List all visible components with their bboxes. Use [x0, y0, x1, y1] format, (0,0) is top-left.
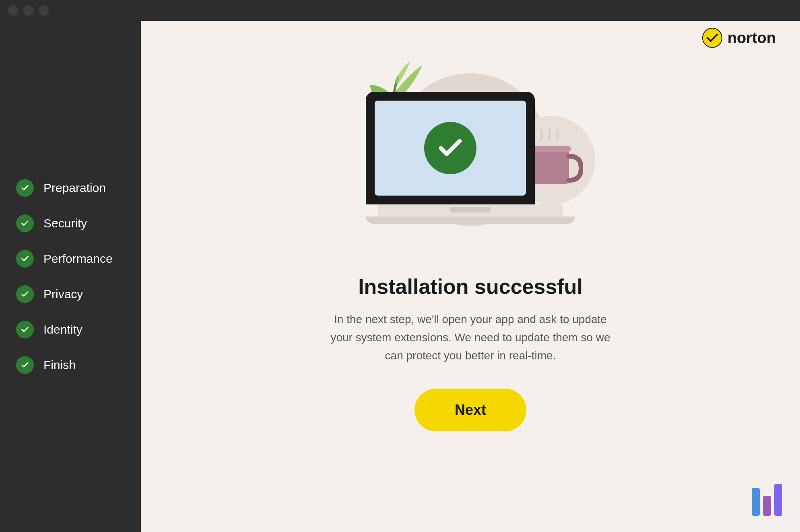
check-icon-finish — [16, 356, 34, 374]
check-icon-preparation — [16, 179, 34, 197]
success-description: In the next step, we'll open your app an… — [330, 311, 611, 365]
sidebar-item-performance[interactable]: Performance — [16, 241, 141, 276]
svg-point-0 — [703, 28, 722, 47]
sidebar-item-preparation[interactable]: Preparation — [16, 170, 141, 206]
bottom-icon-bar — [752, 480, 784, 516]
laptop-stand — [366, 217, 575, 224]
success-check-circle — [424, 122, 476, 174]
sidebar-label-performance: Performance — [43, 252, 113, 266]
sidebar-label-security: Security — [43, 217, 87, 230]
check-icon-identity — [16, 321, 34, 338]
laptop-notch — [450, 207, 491, 212]
titlebar — [0, 0, 800, 21]
illustration — [330, 45, 611, 254]
sidebar-item-security[interactable]: Security — [16, 206, 141, 241]
laptop-screen — [366, 92, 535, 204]
norton-logo: norton — [702, 27, 776, 48]
sidebar-label-finish: Finish — [43, 358, 76, 372]
check-icon-privacy — [16, 285, 34, 303]
norton-logo-text: norton — [728, 29, 776, 47]
main-content: norton — [141, 0, 800, 532]
success-title: Installation successful — [330, 274, 611, 299]
maximize-button[interactable] — [39, 5, 49, 16]
laptop-base — [378, 204, 563, 217]
svg-rect-3 — [752, 488, 760, 516]
check-icon-security — [16, 214, 34, 232]
sidebar-item-privacy[interactable]: Privacy — [16, 276, 141, 312]
traffic-lights — [8, 5, 49, 16]
next-button[interactable]: Next — [414, 389, 526, 431]
minimize-button[interactable] — [23, 5, 34, 16]
sidebar-label-preparation: Preparation — [43, 181, 106, 195]
svg-rect-4 — [763, 496, 771, 516]
sidebar-label-identity: Identity — [43, 323, 82, 336]
norton-logo-icon — [702, 27, 723, 48]
svg-rect-5 — [774, 484, 782, 516]
sidebar-item-finish[interactable]: Finish — [16, 347, 141, 383]
bar-chart-icon — [752, 480, 784, 516]
sidebar: Preparation Security Performance Privacy — [0, 0, 141, 532]
sidebar-label-privacy: Privacy — [43, 287, 83, 301]
close-button[interactable] — [8, 5, 19, 16]
content-text: Installation successful In the next step… — [313, 274, 627, 365]
sidebar-item-identity[interactable]: Identity — [16, 312, 141, 347]
laptop-illustration — [366, 92, 575, 224]
check-icon-performance — [16, 250, 34, 268]
laptop-screen-inner — [375, 101, 526, 196]
